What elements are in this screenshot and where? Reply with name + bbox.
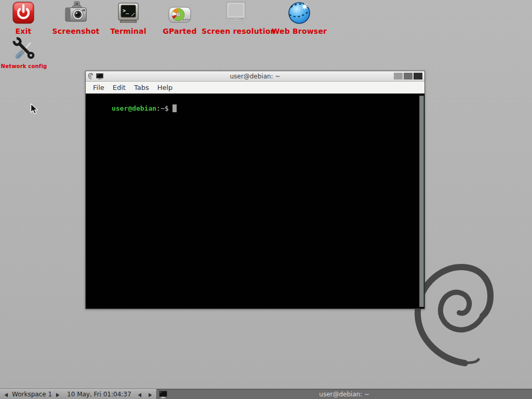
icon-label: Screen resolution — [202, 27, 270, 35]
menu-help[interactable]: Help — [153, 82, 177, 93]
tools-icon — [0, 36, 58, 61]
workspace-switcher: Workspace 1 — [0, 391, 63, 398]
menu-file[interactable]: File — [89, 82, 109, 93]
icon-label: Web Browser — [265, 27, 334, 35]
task-button-label: user@debian: ~ — [319, 391, 369, 398]
debian-swirl-icon — [88, 73, 94, 79]
menubar: File Edit Tabs Help — [86, 82, 424, 94]
task-button-terminal[interactable]: user@debian: ~ — [156, 389, 532, 399]
prompt-path: :~$ — [156, 104, 168, 112]
tasklist-scroll-arrows — [136, 392, 156, 396]
monitor-icon — [202, 0, 270, 25]
terminal-app-icon — [96, 73, 103, 79]
workspace-next-icon[interactable] — [56, 392, 60, 396]
task-terminal-icon — [159, 391, 167, 399]
prompt-user-host: user@debian — [112, 104, 156, 112]
terminal-scrollbar[interactable] — [419, 96, 424, 307]
tasklist-prev-icon[interactable] — [138, 392, 142, 396]
workspace-label[interactable]: Workspace 1 — [12, 391, 52, 398]
desktop-icon-web-browser[interactable]: Web Browser — [265, 0, 334, 35]
tasklist-next-icon[interactable] — [148, 392, 152, 396]
minimize-button[interactable] — [394, 73, 403, 79]
icon-label: Network config — [0, 63, 58, 69]
window-titlebar[interactable]: user@debian: ~ — [86, 71, 424, 82]
svg-text:>_: >_ — [123, 8, 129, 14]
taskbar-clock[interactable]: 10 May, Fri 01:04:37 — [63, 391, 136, 398]
close-button[interactable] — [414, 73, 422, 79]
desktop-icon-network-config[interactable]: Network config — [0, 36, 58, 69]
maximize-button[interactable] — [404, 73, 413, 79]
terminal-window[interactable]: user@debian: ~ File Edit Tabs Help user@… — [85, 71, 425, 309]
menu-tabs[interactable]: Tabs — [130, 82, 153, 93]
globe-icon — [265, 0, 334, 25]
taskbar: Workspace 1 10 May, Fri 01:04:37 user@de… — [0, 389, 532, 399]
terminal-screen[interactable]: user@debian:~$ — [86, 94, 424, 309]
workspace-prev-icon[interactable] — [4, 392, 8, 396]
desktop-icon-screen-resolution[interactable]: Screen resolution — [202, 0, 270, 35]
terminal-cursor — [172, 104, 177, 112]
menu-edit[interactable]: Edit — [109, 82, 130, 93]
shell-prompt: user@debian:~$ — [87, 97, 177, 120]
window-title: user@debian: ~ — [86, 73, 424, 80]
mouse-cursor — [30, 103, 39, 117]
